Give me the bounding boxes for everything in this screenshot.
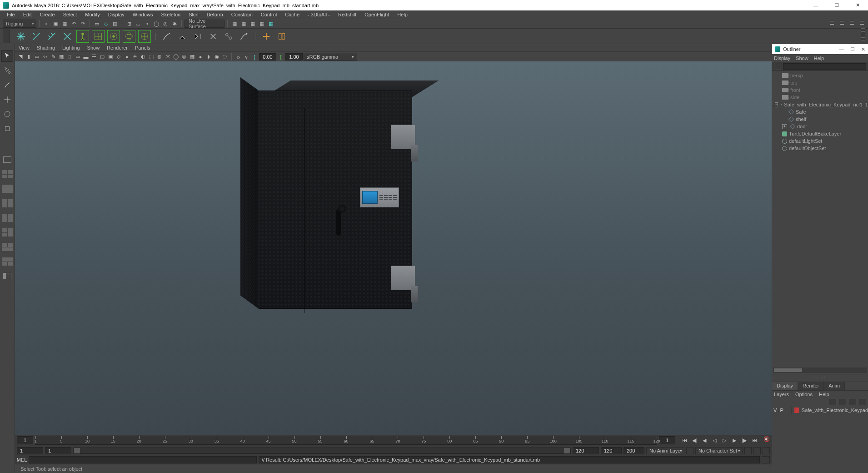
shelf-blend-icon[interactable] [260, 30, 273, 43]
menu-control[interactable]: Control [257, 11, 281, 18]
pt-2d-pan-icon[interactable]: ⇔ [41, 53, 49, 60]
layout-3c-icon[interactable] [1, 241, 13, 253]
menu-cache[interactable]: Cache [281, 11, 304, 18]
menu-skeleton[interactable]: Skeleton [157, 11, 185, 18]
fps-field[interactable]: 200 [624, 447, 644, 454]
select-component-icon[interactable]: ▧ [111, 20, 119, 28]
pt-ao-icon[interactable]: ● [197, 53, 204, 60]
range-end-inner[interactable]: 120 [573, 447, 599, 454]
new-scene-icon[interactable]: ▫ [42, 20, 50, 28]
shelf-skeleton-icon[interactable] [76, 30, 89, 43]
ipr-icon[interactable]: ▦ [249, 20, 257, 28]
layer-new-empty-button[interactable] [849, 399, 856, 405]
step-fwd-key-button[interactable]: |▶ [740, 436, 749, 444]
render-icon[interactable]: ▦ [239, 20, 248, 28]
colorspace-dropdown[interactable]: sRGB gamma [304, 53, 357, 61]
layer-type-toggle[interactable] [785, 407, 792, 414]
outliner-item-front[interactable]: front [772, 86, 868, 94]
pt-image-plane-icon[interactable]: ▭ [33, 53, 40, 60]
pt-res-gate-icon[interactable]: ▭ [74, 53, 81, 60]
shelf-ik-icon[interactable] [176, 30, 189, 43]
scale-tool[interactable] [1, 123, 13, 135]
goto-start-button[interactable]: ⏮ [680, 436, 689, 444]
menu-windows[interactable]: Windows [129, 11, 157, 18]
outliner-item-persp[interactable]: persp [772, 72, 868, 79]
toggle-channelbox-icon[interactable]: ☲ [848, 19, 856, 27]
pt-safe-title-icon[interactable]: ▣ [107, 53, 114, 60]
lasso-tool[interactable] [1, 65, 13, 76]
layermenu-layers[interactable]: Layers [774, 392, 789, 397]
shelf-wire-icon[interactable] [123, 30, 135, 43]
range-track[interactable] [73, 448, 571, 454]
range-end-outer[interactable]: 120 [601, 447, 622, 454]
panelmenu-show[interactable]: Show [87, 45, 100, 50]
layertab-anim[interactable]: Anim [824, 382, 845, 390]
maximize-button[interactable]: ☐ [826, 0, 847, 10]
pt-expose-icon[interactable]: ☼ [234, 53, 242, 60]
outliner-item-door[interactable]: +door [772, 123, 868, 130]
layer-playback-toggle[interactable]: P [778, 407, 785, 414]
layer-new-selected-button[interactable] [859, 399, 866, 405]
pt-use-lights-icon[interactable]: ☀ [131, 53, 139, 60]
menu-edit[interactable]: Edit [19, 11, 36, 18]
snap-live-icon[interactable]: ✱ [170, 20, 179, 28]
menu-openflight[interactable]: OpenFlight [360, 11, 393, 18]
audio-toggle-icon[interactable]: 🔇 [763, 436, 772, 444]
open-scene-icon[interactable]: ▣ [51, 20, 60, 28]
pt-safe-action-icon[interactable]: ▢ [99, 53, 106, 60]
anim-layer-button[interactable] [686, 447, 693, 454]
pt-xray-joints-icon[interactable]: ✲ [164, 53, 171, 60]
shelf-paint-icon[interactable] [160, 30, 173, 43]
shelf-edge-icon[interactable] [45, 30, 58, 43]
toggle-attr-editor-icon[interactable]: ☰ [828, 19, 836, 27]
step-back-button[interactable]: ◀ [700, 436, 709, 444]
pt-field-chart-icon[interactable]: ☰ [90, 53, 98, 60]
pt-xray-icon[interactable]: ◍ [156, 53, 163, 60]
layermenu-options[interactable]: Options [795, 392, 813, 397]
outliner-minimize-button[interactable]: — [839, 46, 844, 52]
shelf-vertex-icon[interactable] [30, 30, 43, 43]
menu-create[interactable]: Create [36, 11, 59, 18]
collapse-icon[interactable]: − [775, 102, 778, 107]
outliner-item-lightset[interactable]: defaultLightSet [772, 137, 868, 145]
play-fwd-button[interactable]: ▷ [720, 436, 729, 444]
render-settings-icon[interactable]: ▦ [258, 20, 266, 28]
outliner-item-objectset[interactable]: defaultObjectSet [772, 145, 868, 152]
menu-modify[interactable]: Modify [81, 11, 104, 18]
step-fwd-button[interactable]: ▶ [730, 436, 739, 444]
snap-curve-icon[interactable]: ◡ [134, 20, 142, 28]
script-editor-button[interactable] [762, 456, 770, 463]
pt-smooth-all-icon[interactable]: ● [123, 53, 130, 60]
viewport-persp[interactable]: persp Symmetry:Off Soft Select:On [15, 61, 772, 473]
panelmenu-lighting[interactable]: Lighting [62, 45, 80, 50]
command-input[interactable] [29, 456, 257, 463]
save-scene-icon[interactable]: ▦ [60, 20, 69, 28]
script-lang-label[interactable]: MEL [15, 457, 29, 463]
snap-grid-icon[interactable]: ⊞ [125, 20, 133, 28]
play-back-button[interactable]: ◁ [710, 436, 719, 444]
undo-icon[interactable]: ↶ [70, 20, 78, 28]
select-tool[interactable] [1, 50, 13, 62]
toggle-tool-settings-icon[interactable]: ☱ [838, 19, 846, 27]
rotate-tool[interactable] [1, 108, 13, 120]
outliner-item-root[interactable]: −Safe_with_Electronic_Keypad_ncl1_1 [772, 101, 868, 108]
pt-textured-icon[interactable]: ▦ [189, 53, 196, 60]
goto-end-button[interactable]: ⏭ [750, 436, 759, 444]
pt-wireframe-icon[interactable]: ◇ [115, 53, 122, 60]
menu-help[interactable]: Help [393, 11, 412, 18]
layer-color-swatch[interactable] [794, 408, 799, 413]
pt-default-mat-icon[interactable]: ◯ [172, 53, 180, 60]
outliner-item-turtlebake[interactable]: TurtleDefaultBakeLayer [772, 130, 868, 137]
pt-camera-select-icon[interactable]: ◥ [17, 53, 24, 60]
range-start-inner[interactable]: 1 [45, 447, 71, 454]
layer-name[interactable]: Safe_with_Electronic_Keypad [802, 408, 868, 413]
outliner-tree[interactable]: persp top front side −Safe_with_Electron… [772, 71, 868, 374]
pt-dof-icon[interactable]: ◌ [221, 53, 229, 60]
pt-gate-mask-icon[interactable]: ▬ [82, 53, 90, 60]
shelf-wrap-icon[interactable] [138, 30, 151, 43]
pt-bookmark-icon[interactable]: ▮ [25, 53, 32, 60]
layout-two-h-icon[interactable] [1, 183, 13, 195]
outliner-search-field[interactable] [783, 63, 866, 70]
shelf-scroll-buttons[interactable] [861, 28, 865, 41]
panelmenu-view[interactable]: View [19, 45, 30, 50]
